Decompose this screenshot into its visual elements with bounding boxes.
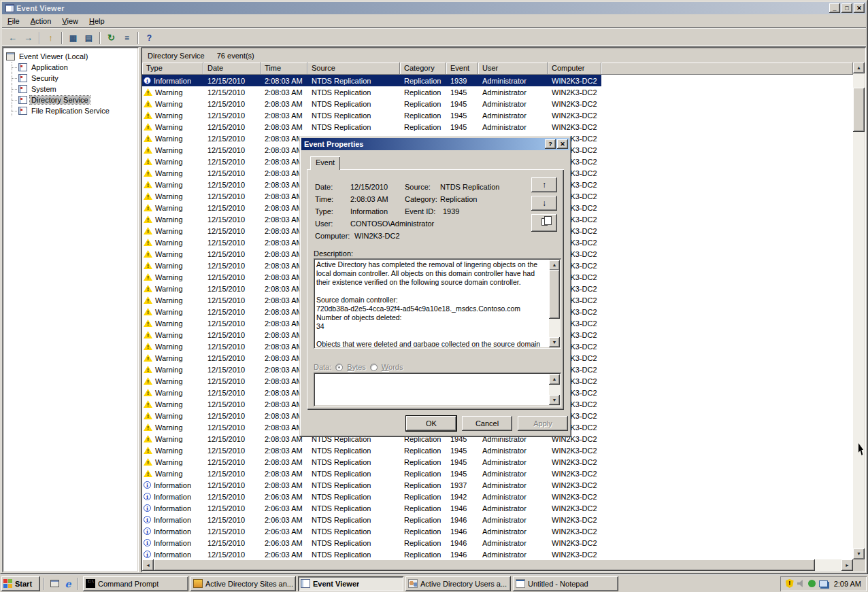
network-icon[interactable] xyxy=(819,580,828,587)
toolbar-help-button[interactable]: ? xyxy=(141,31,157,46)
menu-action[interactable]: Action xyxy=(25,16,57,27)
description-scroll-up-button[interactable]: ▲ xyxy=(549,260,560,271)
event-row[interactable]: Information12/15/20102:06:03 AMNTDS Repl… xyxy=(142,549,601,559)
cell-type: Warning xyxy=(142,86,203,98)
taskbar-button-untitled-notepad[interactable]: Untitled - Notepad xyxy=(513,576,618,591)
column-header-category[interactable]: Category xyxy=(400,63,446,75)
description-scroll-down-button[interactable]: ▼ xyxy=(549,337,560,347)
event-row[interactable]: Information12/15/20102:06:03 AMNTDS Repl… xyxy=(142,514,601,525)
event-row[interactable]: Warning12/15/20102:08:03 AMNTDS Replicat… xyxy=(142,456,601,468)
cell-event: 1939 xyxy=(446,75,478,86)
ok-button[interactable]: OK xyxy=(406,416,456,431)
window-titlebar[interactable]: Event Viewer _ □ ✕ xyxy=(2,2,866,14)
event-row[interactable]: Warning12/15/20102:08:03 AMNTDS Replicat… xyxy=(142,468,601,479)
apply-button[interactable]: Apply xyxy=(518,416,568,431)
tree-item-directory-service[interactable]: Directory Service xyxy=(5,94,136,105)
scroll-up-button[interactable]: ▲ xyxy=(853,63,865,73)
close-button[interactable]: ✕ xyxy=(854,3,865,13)
event-row[interactable]: Information12/15/20102:06:03 AMNTDS Repl… xyxy=(142,525,601,537)
description-box[interactable]: Active Directory has completed the remov… xyxy=(314,258,561,349)
toolbar-export-list-button[interactable]: ≡ xyxy=(119,31,135,46)
cancel-button[interactable]: Cancel xyxy=(462,416,512,431)
cell-date: 12/15/2010 xyxy=(203,75,261,86)
cell-type: Warning xyxy=(142,341,203,352)
event-row[interactable]: Warning12/15/20102:08:03 AMNTDS Replicat… xyxy=(142,109,601,121)
cell-type: Warning xyxy=(142,283,203,294)
volume-icon[interactable] xyxy=(797,580,805,587)
data-scroll-up-button[interactable]: ▲ xyxy=(549,375,560,385)
toolbar-up-one-level-button[interactable]: ↑ xyxy=(43,31,59,46)
warning-icon xyxy=(144,296,152,304)
warning-icon xyxy=(144,319,152,327)
tree-root-event-viewer-local[interactable]: Event Viewer (Local) xyxy=(5,51,136,62)
bytes-radio-label[interactable]: Bytes xyxy=(347,363,366,371)
event-row[interactable]: Information12/15/20102:08:03 AMNTDS Repl… xyxy=(142,479,601,491)
event-row[interactable]: Information12/15/20102:06:03 AMNTDS Repl… xyxy=(142,491,601,502)
column-header-type[interactable]: Type xyxy=(142,63,203,75)
column-header-source[interactable]: Source xyxy=(307,63,400,75)
column-header-event[interactable]: Event xyxy=(446,63,478,75)
column-header-date[interactable]: Date xyxy=(203,63,261,75)
event-row[interactable]: Warning12/15/20102:08:03 AMNTDS Replicat… xyxy=(142,98,601,109)
words-radio-label[interactable]: Words xyxy=(382,363,403,371)
description-scroll-thumb[interactable] xyxy=(549,270,560,319)
data-scrollbar[interactable]: ▲ ▼ xyxy=(549,374,560,405)
horizontal-scrollbar[interactable]: ◄ ► xyxy=(142,559,853,571)
taskbar-button-command-prompt[interactable]: C:\Command Prompt xyxy=(83,576,188,591)
dialog-close-button[interactable]: ✕ xyxy=(557,139,568,149)
start-button[interactable]: Start xyxy=(1,576,40,591)
toolbar-properties-button[interactable]: ▤ xyxy=(81,31,97,46)
horizontal-scroll-thumb[interactable] xyxy=(154,559,815,571)
copy-event-button[interactable] xyxy=(531,214,557,232)
previous-event-button[interactable]: ↑ xyxy=(531,177,557,192)
taskbar-button-active-directory-sites-an[interactable]: Active Directory Sites an... xyxy=(190,576,296,591)
warning-icon xyxy=(144,100,152,107)
data-scroll-down-button[interactable]: ▼ xyxy=(549,395,560,405)
tree-item-system[interactable]: System xyxy=(5,84,136,94)
toolbar-back-button[interactable]: ← xyxy=(5,31,20,46)
tree-item-security[interactable]: Security xyxy=(5,73,136,84)
scroll-left-button[interactable]: ◄ xyxy=(142,559,154,571)
cell-computer: WIN2K3-DC2 xyxy=(548,514,601,525)
tab-event[interactable]: Event xyxy=(310,156,340,170)
internet-explorer-button[interactable]: e xyxy=(62,578,74,590)
tree-item-file-replication-service[interactable]: File Replication Service xyxy=(5,105,136,116)
security-alert-icon[interactable] xyxy=(786,579,794,588)
event-row[interactable]: Warning12/15/20102:08:03 AMNTDS Replicat… xyxy=(142,86,601,98)
cell-date: 12/15/2010 xyxy=(203,317,261,329)
column-header-computer[interactable]: Computer xyxy=(548,63,601,75)
taskbar-button-active-directory-users-a[interactable]: Active Directory Users a... xyxy=(405,576,511,591)
event-row[interactable]: Information12/15/20102:06:03 AMNTDS Repl… xyxy=(142,502,601,514)
tree-item-application[interactable]: Application xyxy=(5,62,136,73)
bytes-radio[interactable] xyxy=(335,364,343,371)
scroll-down-button[interactable]: ▼ xyxy=(853,549,865,559)
dialog-help-button[interactable]: ? xyxy=(545,139,556,149)
scroll-right-button[interactable]: ► xyxy=(841,559,853,571)
column-header-user[interactable]: User xyxy=(478,63,548,75)
show-desktop-button[interactable] xyxy=(48,578,61,590)
toolbar-forward-button[interactable]: → xyxy=(20,31,36,46)
menu-file[interactable]: File xyxy=(2,16,25,27)
words-radio[interactable] xyxy=(370,364,378,371)
event-row[interactable]: Information12/15/20102:08:03 AMNTDS Repl… xyxy=(142,75,601,86)
cell-user: Administrator xyxy=(478,86,548,98)
event-row[interactable]: Warning12/15/20102:08:03 AMNTDS Replicat… xyxy=(142,445,601,456)
cell-date: 12/15/2010 xyxy=(203,352,261,364)
next-event-button[interactable]: ↓ xyxy=(531,196,557,211)
toolbar-show-console-tree-button[interactable]: ▦ xyxy=(65,31,81,46)
minimize-button[interactable]: _ xyxy=(829,3,840,13)
maximize-button[interactable]: □ xyxy=(841,3,852,13)
menu-view[interactable]: View xyxy=(56,16,84,27)
toolbar-refresh-button[interactable]: ↻ xyxy=(103,31,119,46)
warning-icon xyxy=(144,470,152,477)
status-icon[interactable] xyxy=(808,580,816,587)
menu-help[interactable]: Help xyxy=(84,16,110,27)
column-header-time[interactable]: Time xyxy=(261,63,307,75)
vertical-scroll-thumb[interactable] xyxy=(853,88,865,132)
event-row[interactable]: Information12/15/20102:06:03 AMNTDS Repl… xyxy=(142,537,601,549)
vertical-scrollbar[interactable]: ▲ ▼ xyxy=(853,63,865,559)
taskbar-button-event-viewer[interactable]: Event Viewer xyxy=(298,576,403,591)
dialog-titlebar[interactable]: Event Properties ? ✕ xyxy=(301,138,569,150)
event-row[interactable]: Warning12/15/20102:08:03 AMNTDS Replicat… xyxy=(142,121,601,133)
description-scrollbar[interactable]: ▲ ▼ xyxy=(549,260,560,347)
